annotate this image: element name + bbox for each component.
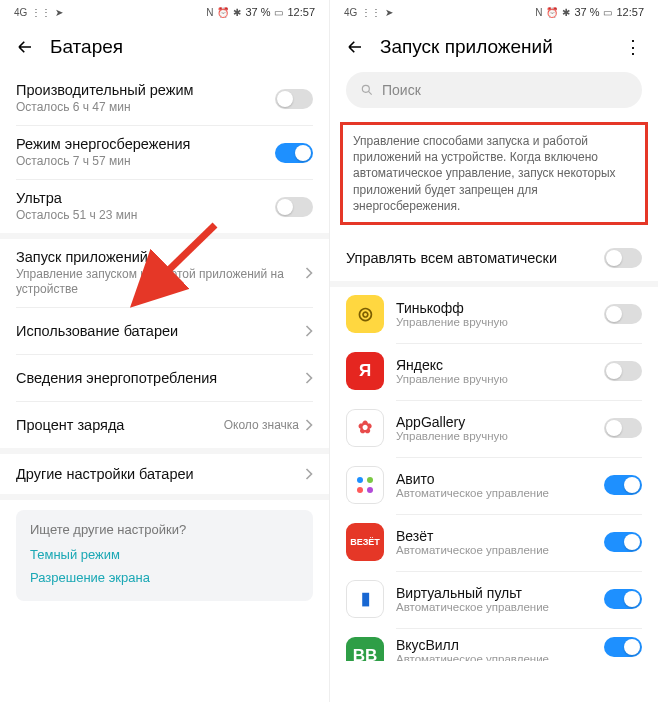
app-row[interactable]: ЯЯндексУправление вручную (330, 344, 658, 400)
row-other-settings[interactable]: Другие настройки батареи (0, 448, 329, 494)
alarm-icon: ⏰ (546, 7, 558, 18)
back-icon[interactable] (16, 38, 34, 56)
chevron-right-icon (305, 267, 313, 279)
app-name: Везёт (396, 528, 592, 544)
launch-sub: Управление запуском и работой приложений… (16, 267, 305, 297)
saver-toggle[interactable] (275, 143, 313, 163)
status-bar: 4G ⋮⋮ ➤ N ⏰ ✱ 37 % ▭ 12:57 (0, 0, 329, 24)
performance-sub: Осталось 6 ч 47 мин (16, 100, 275, 115)
battery-icon: ▭ (274, 7, 283, 18)
svg-point-1 (357, 477, 363, 483)
ultra-toggle[interactable] (275, 197, 313, 217)
svg-point-4 (367, 487, 373, 493)
app-toggle[interactable] (604, 361, 642, 381)
chevron-right-icon (305, 325, 313, 337)
row-manage-all-auto[interactable]: Управлять всем автоматически (330, 235, 658, 281)
search-input[interactable]: Поиск (346, 72, 642, 108)
bluetooth-icon: ✱ (233, 7, 241, 18)
send-icon: ➤ (55, 7, 63, 18)
header: Батарея (0, 24, 329, 72)
battery-icon: ▭ (603, 7, 612, 18)
app-name: Виртуальный пульт (396, 585, 592, 601)
clock: 12:57 (616, 6, 644, 18)
chevron-right-icon (305, 468, 313, 480)
app-row[interactable]: ✿AppGalleryУправление вручную (330, 401, 658, 457)
tip-link-resolution[interactable]: Разрешение экрана (30, 566, 299, 589)
app-row[interactable]: АвитоАвтоматическое управление (330, 458, 658, 514)
app-sub: Автоматическое управление (396, 653, 592, 661)
svg-point-0 (362, 85, 369, 92)
app-toggle[interactable] (604, 304, 642, 324)
alarm-icon: ⏰ (217, 7, 229, 18)
nfc-icon: N (206, 7, 213, 18)
other-title: Другие настройки батареи (16, 466, 305, 482)
app-row[interactable]: ВВВкусВиллАвтоматическое управление (330, 629, 658, 661)
search-icon (360, 83, 374, 97)
send-icon: ➤ (385, 7, 393, 18)
chevron-right-icon (305, 419, 313, 431)
app-row[interactable]: ◎ТинькоффУправление вручную (330, 287, 658, 343)
back-icon[interactable] (346, 38, 364, 56)
app-sub: Автоматическое управление (396, 487, 592, 499)
performance-title: Производительный режим (16, 82, 275, 98)
details-title: Сведения энергопотребления (16, 370, 305, 386)
status-bar: 4G ⋮⋮ ➤ N ⏰ ✱ 37 % ▭ 12:57 (330, 0, 658, 24)
app-list: ◎ТинькоффУправление вручнуюЯЯндексУправл… (330, 287, 658, 661)
performance-toggle[interactable] (275, 89, 313, 109)
row-battery-usage[interactable]: Использование батареи (0, 308, 329, 354)
app-name: ВкусВилл (396, 637, 592, 653)
row-performance-mode[interactable]: Производительный режим Осталось 6 ч 47 м… (0, 72, 329, 125)
bluetooth-icon: ✱ (562, 7, 570, 18)
wifi-icon: ⋮⋮ (361, 7, 381, 18)
row-ultra[interactable]: Ультра Осталось 51 ч 23 мин (0, 180, 329, 233)
app-name: AppGallery (396, 414, 592, 430)
app-icon: ВВ (346, 637, 384, 661)
app-toggle[interactable] (604, 532, 642, 552)
app-icon: ◎ (346, 295, 384, 333)
app-row[interactable]: ВЕЗЁТВезётАвтоматическое управление (330, 515, 658, 571)
more-icon[interactable]: ⋮ (624, 36, 642, 58)
app-sub: Автоматическое управление (396, 544, 592, 556)
row-power-saving[interactable]: Режим энергосбережения Осталось 7 ч 57 м… (0, 126, 329, 179)
app-sub: Автоматическое управление (396, 601, 592, 613)
nfc-icon: N (535, 7, 542, 18)
saver-sub: Осталось 7 ч 57 мин (16, 154, 275, 169)
launch-title: Запуск приложений (16, 249, 305, 265)
search-placeholder: Поиск (382, 82, 421, 98)
battery-percent: 37 % (245, 6, 270, 18)
app-name: Яндекс (396, 357, 592, 373)
info-banner: Управление способами запуска и работой п… (340, 122, 648, 225)
app-icon: ✿ (346, 409, 384, 447)
signal-icon: 4G (344, 7, 357, 18)
auto-all-toggle[interactable] (604, 248, 642, 268)
page-title: Батарея (50, 36, 313, 58)
section-gap (0, 494, 329, 500)
signal-icon: 4G (14, 7, 27, 18)
app-sub: Управление вручную (396, 430, 592, 442)
row-power-details[interactable]: Сведения энергопотребления (0, 355, 329, 401)
row-battery-percent[interactable]: Процент заряда Около значка (0, 402, 329, 448)
svg-point-2 (367, 477, 373, 483)
svg-point-3 (357, 487, 363, 493)
auto-all-title: Управлять всем автоматически (346, 250, 604, 266)
app-row[interactable]: ▮Виртуальный пультАвтоматическое управле… (330, 572, 658, 628)
app-toggle[interactable] (604, 475, 642, 495)
app-icon: ВЕЗЁТ (346, 523, 384, 561)
tip-link-dark-mode[interactable]: Темный режим (30, 543, 299, 566)
row-app-launch[interactable]: Запуск приложений Управление запуском и … (0, 233, 329, 307)
percent-value: Около значка (224, 418, 299, 432)
app-sub: Управление вручную (396, 316, 592, 328)
saver-title: Режим энергосбережения (16, 136, 275, 152)
app-name: Авито (396, 471, 592, 487)
usage-title: Использование батареи (16, 323, 305, 339)
app-toggle[interactable] (604, 637, 642, 657)
battery-percent: 37 % (574, 6, 599, 18)
app-toggle[interactable] (604, 589, 642, 609)
app-icon: ▮ (346, 580, 384, 618)
app-name: Тинькофф (396, 300, 592, 316)
app-icon (346, 466, 384, 504)
app-toggle[interactable] (604, 418, 642, 438)
tip-question: Ищете другие настройки? (30, 522, 299, 537)
wifi-icon: ⋮⋮ (31, 7, 51, 18)
screen-app-launch: 4G ⋮⋮ ➤ N ⏰ ✱ 37 % ▭ 12:57 Запуск прилож… (329, 0, 658, 702)
